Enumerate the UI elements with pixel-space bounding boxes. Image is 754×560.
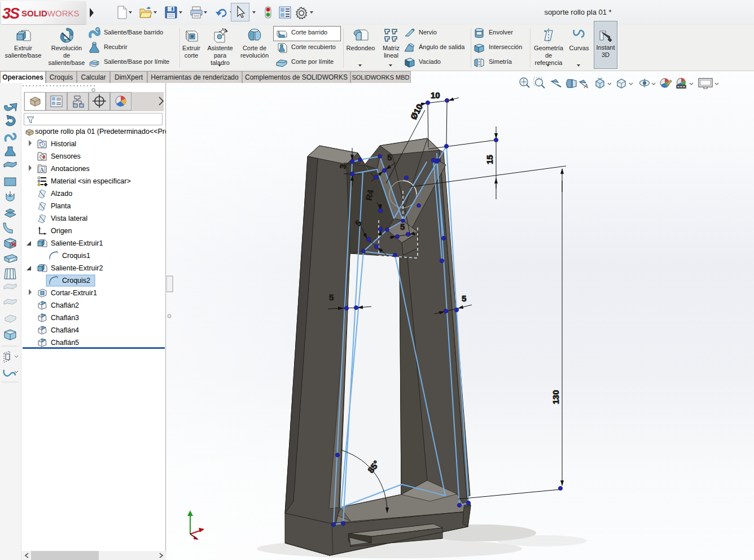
svg-text:Alzado: Alzado — [51, 190, 72, 198]
svg-text:Saliente-Extruir1: Saliente-Extruir1 — [51, 239, 103, 247]
svg-text:Chaflán4: Chaflán4 — [51, 326, 79, 334]
svg-text:3S: 3S — [2, 5, 20, 22]
svg-text:Chaflán5: Chaflán5 — [51, 339, 79, 347]
svg-text:5: 5 — [329, 292, 334, 302]
svg-text:Origen: Origen — [51, 227, 72, 235]
svg-text:Vista lateral: Vista lateral — [51, 215, 87, 222]
svg-text:Cortar-Extruir1: Cortar-Extruir1 — [51, 289, 97, 297]
svg-text:Chaflán2: Chaflán2 — [51, 301, 79, 309]
svg-text:Historial: Historial — [51, 140, 76, 148]
svg-text:Chaflán3: Chaflán3 — [51, 314, 79, 322]
svg-text:130: 130 — [551, 390, 560, 404]
svg-text:5: 5 — [462, 294, 466, 303]
svg-text:15: 15 — [485, 155, 494, 164]
svg-text:SOLIDWORKS: SOLIDWORKS — [21, 8, 80, 18]
svg-text:Croquis1: Croquis1 — [62, 252, 90, 260]
svg-text:Croquis2: Croquis2 — [62, 277, 90, 285]
svg-text:Planta: Planta — [51, 202, 71, 210]
svg-text:soporte rollo pla 01 (Predete: soporte rollo pla 01 (Predeterminado<<Pr… — [35, 128, 166, 135]
svg-text:10: 10 — [431, 90, 440, 100]
svg-text:5: 5 — [387, 152, 392, 162]
svg-text:Sensores: Sensores — [51, 152, 81, 160]
svg-text:A: A — [584, 82, 588, 89]
svg-text:A: A — [40, 167, 45, 173]
svg-text:Material <sin especificar>: Material <sin especificar> — [51, 177, 131, 185]
svg-text:Anotaciones: Anotaciones — [51, 165, 90, 173]
svg-text:5: 5 — [400, 222, 405, 231]
svg-text:Saliente-Extruir2: Saliente-Extruir2 — [51, 264, 103, 272]
